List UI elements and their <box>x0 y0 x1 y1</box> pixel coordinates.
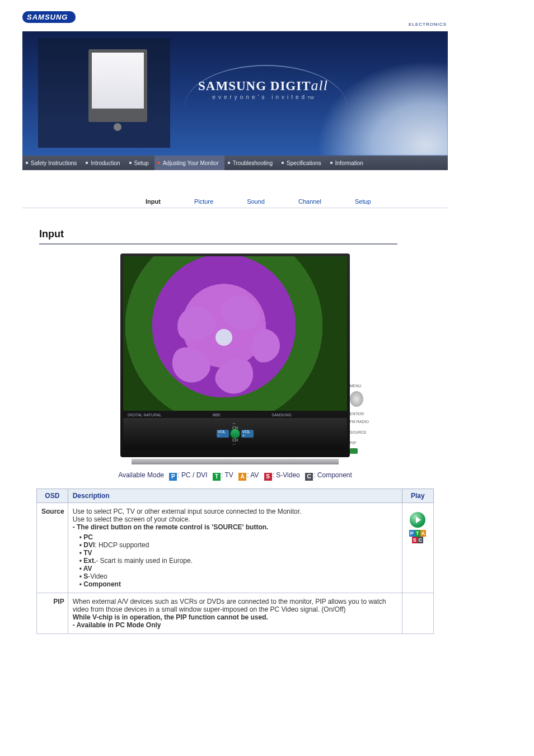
subnav-tab-input[interactable]: Input <box>146 198 161 205</box>
legend-label-p: : PC / DVI <box>177 471 207 479</box>
subnav-tab-channel[interactable]: Channel <box>298 198 321 205</box>
legend-badge-t: T <box>213 473 221 481</box>
col-header-osd: OSD <box>37 489 68 503</box>
side-label-enter: ENTER/ FM RADIO <box>350 410 369 425</box>
nav-item-introduction[interactable]: Introduction <box>82 156 125 170</box>
bullet-item: S-Video <box>79 572 397 580</box>
description-cell: When external A/V devices such as VCRs o… <box>68 593 402 634</box>
legend-label-t: : TV <box>221 471 233 479</box>
flower-petal <box>250 328 281 364</box>
nav-item-specifications[interactable]: Specifications <box>278 156 327 170</box>
tv-logo-center: SAMSUNG <box>271 413 291 417</box>
desc-line: Use to select the screen of your choice. <box>73 515 397 523</box>
subnav-tab-sound[interactable]: Sound <box>247 198 265 205</box>
tv-logo-left: DIGITAL NATURAL <box>128 413 162 417</box>
tv-base <box>132 459 339 464</box>
sub-nav: Input Picture Sound Channel Setup <box>22 198 448 208</box>
bullet-icon <box>129 162 132 164</box>
flower-center <box>216 329 232 346</box>
col-header-play: Play <box>402 489 433 503</box>
legend-badge-a: A <box>238 473 246 481</box>
brand-name: SAMSUNG <box>22 11 76 23</box>
desc-bold-line: While V-chip is in operation, the PIP fu… <box>73 613 397 621</box>
mode-legend: Available Mode P: PC / DVI T: TV A: AV S… <box>22 471 448 481</box>
banner-tagline: everyone's invited <box>212 94 307 100</box>
desc-line: Use to select PC, TV or other external i… <box>73 508 397 515</box>
flower-petal <box>172 301 220 346</box>
nav-item-information[interactable]: Information <box>327 156 369 170</box>
ch-up-label: ︿CH <box>232 420 238 430</box>
bullet-item: Component <box>79 580 397 588</box>
play-badge: P <box>409 530 415 537</box>
jog-wheel-icon <box>350 391 363 407</box>
hero-banner: SAMSUNG DIGITall everyone's invitedTM <box>22 31 448 156</box>
section-heading: Input <box>39 228 397 245</box>
subnav-tab-setup[interactable]: Setup <box>355 198 371 205</box>
bullet-icon <box>26 162 28 164</box>
play-badge: T <box>415 530 420 537</box>
nav-label: Safety Instructions <box>31 160 77 166</box>
bullet-icon <box>158 162 160 164</box>
side-icon <box>350 448 358 454</box>
tv-bezel-logos: DIGITAL NATURAL BBE SAMSUNG <box>123 411 347 418</box>
side-label-pip: PIP <box>350 439 369 447</box>
primary-nav: Safety Instructions Introduction Setup A… <box>22 156 448 170</box>
legend-badge-p: P <box>169 473 177 481</box>
vol-plus-label: VOL + <box>241 430 254 438</box>
subnav-tab-picture[interactable]: Picture <box>194 198 213 205</box>
monitor-body <box>88 49 147 122</box>
brand-division: ELECTRONICS <box>22 22 447 27</box>
side-label-menu: MENU <box>350 382 369 389</box>
tv-screen-image <box>123 256 347 411</box>
bullet-icon <box>228 162 230 164</box>
monitor-screen <box>92 53 144 109</box>
col-header-description: Description <box>68 489 402 503</box>
play-badge-row: PTASC <box>407 530 429 543</box>
bullet-icon <box>330 162 332 164</box>
osd-cell: Source <box>37 503 68 593</box>
monitor-stand <box>114 123 121 131</box>
monitor-photo <box>38 38 170 148</box>
play-cell <box>402 593 433 634</box>
nav-item-adjusting-your-monitor[interactable]: Adjusting Your Monitor <box>154 156 224 170</box>
play-cell: PTASC <box>402 503 433 593</box>
play-icon[interactable] <box>410 512 425 528</box>
nav-label: Adjusting Your Monitor <box>163 160 219 166</box>
tv-logo-bbe: BBE <box>213 413 221 417</box>
legend-badge-c: C <box>305 473 313 481</box>
nav-item-setup[interactable]: Setup <box>126 156 154 170</box>
banner-headline-main: SAMSUNG DIGIT <box>198 79 311 93</box>
vol-minus-label: VOL − <box>217 430 229 438</box>
flower-petal <box>165 341 216 390</box>
nav-label: Information <box>335 160 363 166</box>
bullet-item: DVI: HDCP supported <box>79 541 397 549</box>
bullet-item: AV <box>79 565 397 572</box>
brand-logo: SAMSUNG ELECTRONICS <box>22 11 448 27</box>
power-button-icon <box>230 429 240 439</box>
osd-cell: PIP <box>37 593 68 634</box>
bullet-list: PCDVI: HDCP supportedTVExt.- Scart is ma… <box>79 533 397 588</box>
play-badge: S <box>412 537 418 543</box>
desc-line: When external A/V devices such as VCRs o… <box>73 598 397 613</box>
bullet-icon <box>86 162 88 164</box>
legend-label-s: : S-Video <box>273 471 300 479</box>
legend-badge-s: S <box>264 473 272 481</box>
play-badge: A <box>420 530 426 537</box>
monitor-preview: DIGITAL NATURAL BBE SAMSUNG ︿CH VOL − VO… <box>120 253 350 464</box>
nav-label: Specifications <box>287 160 321 166</box>
banner-swirl-graphic <box>302 49 448 156</box>
description-cell: Use to select PC, TV or other external i… <box>68 503 402 593</box>
tv-side-labels: MENU ENTER/ FM RADIO SOURCE PIP <box>350 382 369 457</box>
nav-item-safety-instructions[interactable]: Safety Instructions <box>22 156 82 170</box>
nav-label: Troubleshooting <box>233 160 273 166</box>
bullet-item: TV <box>79 549 397 557</box>
flower-petal <box>210 353 261 401</box>
bullet-item: Ext.- Scart is mainly used in Europe. <box>79 557 397 565</box>
nav-label: Setup <box>134 160 149 166</box>
desc-bold-line: - The direct button on the remote contro… <box>73 523 397 531</box>
play-badge: C <box>418 537 423 543</box>
ch-down-label: CH﹀ <box>232 438 238 448</box>
tv-bezel-controls: ︿CH VOL − VOL + CH﹀ <box>123 418 347 449</box>
nav-label: Introduction <box>91 160 120 166</box>
nav-item-troubleshooting[interactable]: Troubleshooting <box>224 156 278 170</box>
